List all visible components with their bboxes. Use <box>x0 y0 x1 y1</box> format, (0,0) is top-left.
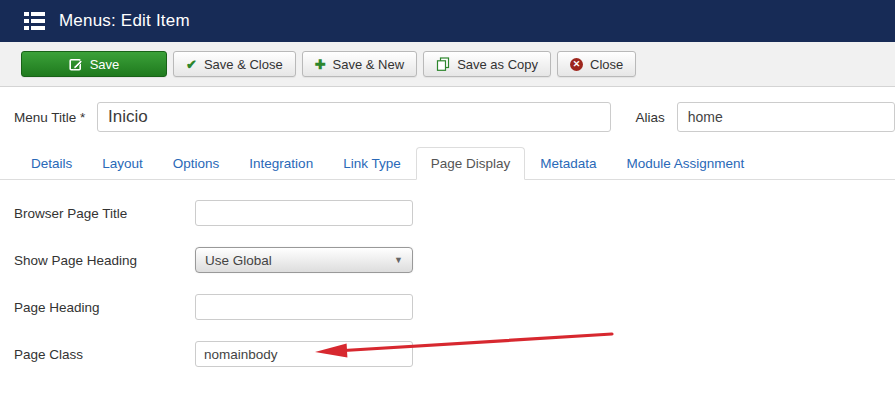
save-and-close-button[interactable]: ✔ Save & Close <box>173 51 296 77</box>
page-heading-input[interactable] <box>195 294 413 320</box>
close-button-label: Close <box>590 57 623 72</box>
page-title: Menus: Edit Item <box>59 11 190 31</box>
tab-link-type[interactable]: Link Type <box>328 147 416 180</box>
save-button[interactable]: Save <box>21 51 167 77</box>
save-button-label: Save <box>90 57 120 72</box>
save-as-copy-button[interactable]: Save as Copy <box>423 51 551 77</box>
cancel-icon: ✕ <box>570 58 583 71</box>
browser-page-title-input[interactable] <box>195 200 413 226</box>
save-pencil-icon <box>69 57 83 71</box>
tab-options[interactable]: Options <box>158 147 235 180</box>
browser-page-title-label: Browser Page Title <box>14 206 195 221</box>
menus-list-icon <box>24 12 45 30</box>
menu-title-label: Menu Title * <box>14 110 97 125</box>
app-header: Menus: Edit Item <box>0 0 895 42</box>
tab-layout[interactable]: Layout <box>87 147 158 180</box>
tab-module-assignment[interactable]: Module Assignment <box>612 147 760 180</box>
copy-icon <box>436 57 450 71</box>
page-heading-label: Page Heading <box>14 300 195 315</box>
close-button[interactable]: ✕ Close <box>557 51 636 77</box>
tab-page-display[interactable]: Page Display <box>416 147 526 180</box>
title-bar: Menu Title * Alias <box>14 102 895 132</box>
save-and-new-button[interactable]: ✚ Save & New <box>302 51 417 77</box>
alias-label: Alias <box>636 110 665 125</box>
page-display-form: Browser Page Title Show Page Heading Use… <box>14 200 895 367</box>
page-class-input[interactable] <box>195 341 413 367</box>
save-and-close-label: Save & Close <box>204 57 283 72</box>
save-as-copy-label: Save as Copy <box>457 57 538 72</box>
show-page-heading-selected-value: Use Global <box>205 253 272 268</box>
tab-metadata[interactable]: Metadata <box>525 147 611 180</box>
alias-input[interactable] <box>677 102 895 132</box>
menu-title-input[interactable] <box>97 102 611 132</box>
save-and-new-label: Save & New <box>333 57 405 72</box>
check-icon: ✔ <box>186 57 197 72</box>
plus-icon: ✚ <box>315 57 326 72</box>
tab-integration[interactable]: Integration <box>234 147 328 180</box>
form-row-show-page-heading: Show Page Heading Use Global ▼ <box>14 247 895 273</box>
tab-bar: Details Layout Options Integration Link … <box>0 147 895 180</box>
form-row-browser-page-title: Browser Page Title <box>14 200 895 226</box>
page-class-label: Page Class <box>14 347 195 362</box>
toolbar: Save ✔ Save & Close ✚ Save & New Save as… <box>0 42 895 87</box>
chevron-down-icon: ▼ <box>394 255 403 265</box>
tab-details[interactable]: Details <box>16 147 87 180</box>
form-row-page-heading: Page Heading <box>14 294 895 320</box>
show-page-heading-select[interactable]: Use Global ▼ <box>195 247 413 273</box>
show-page-heading-label: Show Page Heading <box>14 253 195 268</box>
form-row-page-class: Page Class <box>14 341 895 367</box>
